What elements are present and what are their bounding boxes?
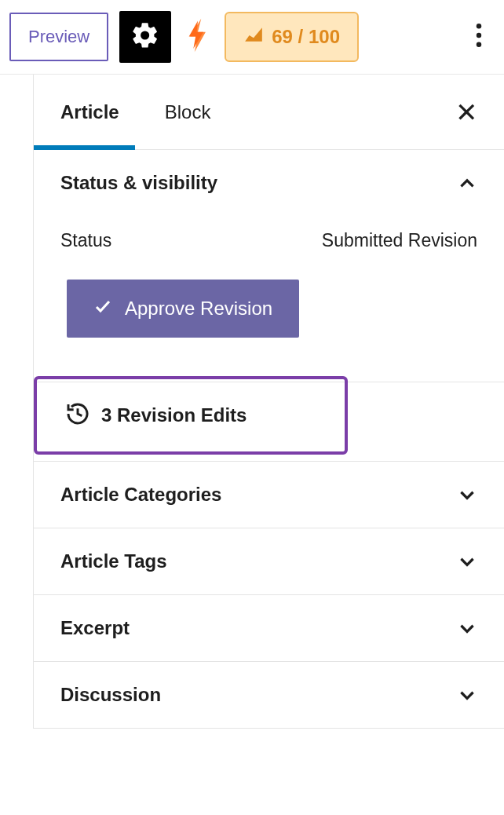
sidebar-tabs: Article Block ✕ <box>34 75 504 150</box>
section-excerpt-title: Excerpt <box>60 617 130 639</box>
chevron-down-icon <box>457 618 477 638</box>
status-label: Status <box>60 230 111 251</box>
revisions-link[interactable]: 3 Revision Edits <box>34 376 348 455</box>
tab-article[interactable]: Article <box>60 75 119 149</box>
section-excerpt-toggle[interactable]: Excerpt <box>60 617 477 639</box>
section-status-toggle[interactable]: Status & visibility <box>60 172 477 194</box>
chevron-down-icon <box>457 685 477 705</box>
chevron-down-icon <box>457 484 477 505</box>
section-article-categories: Article Categories <box>34 461 504 528</box>
history-icon <box>65 401 90 429</box>
approve-label: Approve Revision <box>125 298 272 320</box>
section-tags-title: Article Tags <box>60 550 167 572</box>
top-toolbar: Preview 69 / 100 <box>0 0 504 75</box>
settings-button[interactable] <box>119 11 171 63</box>
seo-bolt-button[interactable] <box>182 19 214 55</box>
section-status-title: Status & visibility <box>60 172 217 194</box>
svg-point-1 <box>477 33 481 38</box>
chevron-up-icon <box>457 173 477 193</box>
seo-score-pill[interactable]: 69 / 100 <box>225 12 359 62</box>
close-icon: ✕ <box>455 97 477 127</box>
revisions-label: 3 Revision Edits <box>101 404 247 426</box>
preview-button[interactable]: Preview <box>9 13 108 61</box>
section-excerpt: Excerpt <box>34 595 504 662</box>
section-discussion-title: Discussion <box>60 684 161 706</box>
gear-icon <box>130 20 160 53</box>
seo-score-text: 69 / 100 <box>272 26 340 48</box>
chart-icon <box>243 26 264 48</box>
section-status-visibility: Status & visibility Status Submitted Rev… <box>34 150 504 382</box>
bolt-icon <box>184 17 211 57</box>
svg-point-2 <box>477 42 481 47</box>
section-revisions-wrapper: 3 Revision Edits <box>34 382 504 461</box>
status-row: Status Submitted Revision <box>60 230 477 251</box>
approve-revision-button[interactable]: Approve Revision <box>67 280 299 338</box>
section-article-tags: Article Tags <box>34 528 504 595</box>
svg-point-0 <box>477 24 481 28</box>
check-icon <box>93 297 112 320</box>
close-sidebar-button[interactable]: ✕ <box>455 99 477 126</box>
section-discussion-toggle[interactable]: Discussion <box>60 684 477 706</box>
section-discussion: Discussion <box>34 662 504 729</box>
chevron-down-icon <box>457 551 477 572</box>
more-options-button[interactable] <box>463 21 495 53</box>
tab-block[interactable]: Block <box>165 75 211 149</box>
section-tags-toggle[interactable]: Article Tags <box>60 550 477 572</box>
sidebar-panel: Article Block ✕ Status & visibility Stat… <box>33 75 504 729</box>
section-categories-toggle[interactable]: Article Categories <box>60 484 477 506</box>
status-value: Submitted Revision <box>322 230 477 251</box>
kebab-icon <box>476 24 482 50</box>
section-categories-title: Article Categories <box>60 484 221 506</box>
